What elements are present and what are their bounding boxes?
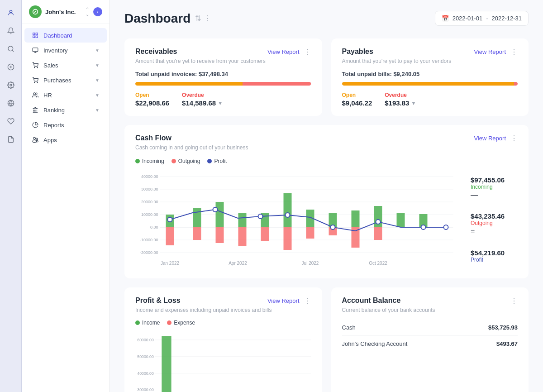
sidebar-nav: Dashboard Inventory ▼ Sales ▼ <box>22 24 110 392</box>
svg-rect-47 <box>238 227 247 246</box>
receivables-total: Total unpaid invoices: $37,498.34 <box>135 71 311 77</box>
cash-flow-incoming-label: Incoming <box>471 184 518 190</box>
svg-point-18 <box>37 82 38 83</box>
sidebar-icon-column <box>0 0 22 392</box>
account-balance-more-icon[interactable]: ⋮ <box>510 296 518 305</box>
icon-heart[interactable] <box>4 114 18 129</box>
receivables-total-value: $37,498.34 <box>199 71 228 77</box>
svg-text:Apr 2022: Apr 2022 <box>229 261 247 266</box>
purchases-icon <box>32 76 39 84</box>
icon-settings[interactable] <box>4 78 18 92</box>
sidebar-item-banking[interactable]: Banking ▼ <box>24 103 107 117</box>
payables-title: Payables <box>342 48 373 56</box>
payables-open-stat: Open $9,046.22 <box>342 92 372 107</box>
sidebar-item-apps[interactable]: Apps <box>24 133 107 147</box>
legend-incoming-dot <box>135 159 140 163</box>
date-range-picker[interactable]: 📅 2022-01-01 - 2022-12-31 <box>435 11 529 26</box>
profit-loss-view-report[interactable]: View Report <box>267 297 300 304</box>
payables-overdue-value: $193.83 ▼ <box>385 99 416 107</box>
payables-stats: Open $9,046.22 Overdue $193.83 ▼ <box>342 92 518 107</box>
receivables-header: Receivables View Report ⋮ <box>135 48 311 56</box>
svg-rect-8 <box>33 33 35 35</box>
profit-loss-subtitle: Income and expenses including unpaid inv… <box>135 307 311 313</box>
sidebar-item-purchases[interactable]: Purchases ▼ <box>24 73 107 87</box>
sidebar-item-label-apps: Apps <box>43 137 57 143</box>
icon-plus[interactable] <box>4 60 18 74</box>
sidebar: John's Inc. ⌃⌄ ‹ Dashboard Inventory ▼ <box>22 0 110 392</box>
svg-point-16 <box>37 67 38 68</box>
receivables-total-label: Total unpaid invoices: <box>135 71 197 77</box>
cash-flow-more-icon[interactable]: ⋮ <box>510 134 518 143</box>
sidebar-collapse-button[interactable]: ‹ <box>93 7 102 16</box>
svg-text:Jul 2022: Jul 2022 <box>302 261 319 266</box>
svg-text:20000.00: 20000.00 <box>141 200 158 204</box>
sidebar-item-reports[interactable]: Reports <box>24 118 107 132</box>
sidebar-header: John's Inc. ⌃⌄ ‹ <box>22 0 110 24</box>
receivables-open-stat: Open $22,908.66 <box>135 92 169 107</box>
profit-loss-svg: 60000.00 50000.00 40000.00 30000.00 <box>135 331 311 392</box>
payables-header: Payables View Report ⋮ <box>342 48 518 56</box>
payables-more-icon[interactable]: ⋮ <box>510 48 518 56</box>
cash-flow-view-report[interactable]: View Report <box>474 135 506 142</box>
svg-point-64 <box>258 214 263 219</box>
sidebar-item-sales[interactable]: Sales ▼ <box>24 58 107 72</box>
sidebar-item-label-purchases: Purchases <box>43 77 71 84</box>
title-more-icon[interactable]: ⋮ <box>204 14 211 23</box>
title-actions: ⇅ ⋮ <box>195 14 211 23</box>
svg-rect-53 <box>306 227 314 239</box>
svg-point-67 <box>376 220 381 224</box>
receivables-title: Receivables <box>135 48 177 56</box>
profit-loss-chart-area: 60000.00 50000.00 40000.00 30000.00 <box>135 331 311 392</box>
cash-flow-header-right: View Report ⋮ <box>474 134 518 143</box>
svg-point-5 <box>10 84 12 86</box>
svg-point-15 <box>34 67 35 68</box>
company-switcher-chevron[interactable]: ⌃⌄ <box>83 8 91 16</box>
sidebar-item-label-banking: Banking <box>43 107 65 114</box>
cash-flow-incoming-stat: $97,455.06 Incoming — <box>471 176 518 200</box>
icon-search[interactable] <box>4 42 18 56</box>
banking-chevron-icon: ▼ <box>95 108 100 113</box>
svg-rect-49 <box>261 227 269 241</box>
legend-incoming-label: Incoming <box>142 158 164 164</box>
icon-user[interactable] <box>4 5 18 20</box>
date-separator: - <box>486 15 488 22</box>
title-sort-icon[interactable]: ⇅ <box>195 14 201 23</box>
sidebar-item-label-hr: HR <box>43 92 52 99</box>
pl-expense-label: Expense <box>174 320 195 326</box>
payables-open-bar <box>342 82 514 86</box>
pl-legend-income: Income <box>135 320 160 326</box>
sidebar-item-inventory[interactable]: Inventory ▼ <box>24 43 107 57</box>
inventory-icon <box>32 47 39 54</box>
svg-rect-10 <box>33 36 35 38</box>
payables-subtitle: Amount that you're yet to pay to your ve… <box>342 58 518 64</box>
svg-text:40000.00: 40000.00 <box>137 371 154 376</box>
company-logo <box>29 5 42 18</box>
payables-overdue-dropdown[interactable]: ▼ <box>411 100 416 106</box>
main-header: Dashboard ⇅ ⋮ 📅 2022-01-01 - 2022-12-31 <box>124 11 529 26</box>
svg-point-0 <box>10 10 12 13</box>
company-info[interactable]: John's Inc. <box>29 5 76 18</box>
sidebar-item-hr[interactable]: HR ▼ <box>24 88 107 102</box>
receivables-header-right: View Report ⋮ <box>267 48 311 56</box>
svg-rect-51 <box>284 227 292 250</box>
profit-loss-legend: Income Expense <box>135 320 311 326</box>
receivables-overdue-dropdown[interactable]: ▼ <box>218 100 223 106</box>
sidebar-item-dashboard[interactable]: Dashboard <box>24 28 107 43</box>
icon-file[interactable] <box>4 132 18 147</box>
receivables-open-label: Open <box>135 92 169 98</box>
receivables-view-report[interactable]: View Report <box>267 48 300 55</box>
payables-progress-bar <box>342 82 518 86</box>
apps-icon <box>32 136 39 143</box>
svg-point-17 <box>34 82 35 83</box>
icon-bell[interactable] <box>4 24 18 38</box>
cash-flow-title: Cash Flow <box>135 134 171 142</box>
page-title: Dashboard <box>124 11 191 26</box>
payables-view-report[interactable]: View Report <box>474 48 506 55</box>
icon-globe[interactable] <box>4 96 18 110</box>
svg-text:Jan 2022: Jan 2022 <box>161 261 180 266</box>
svg-rect-50 <box>284 193 292 227</box>
svg-rect-46 <box>238 213 247 227</box>
profit-loss-more-icon[interactable]: ⋮ <box>304 296 311 305</box>
receivables-more-icon[interactable]: ⋮ <box>304 48 311 56</box>
svg-rect-9 <box>36 33 38 35</box>
